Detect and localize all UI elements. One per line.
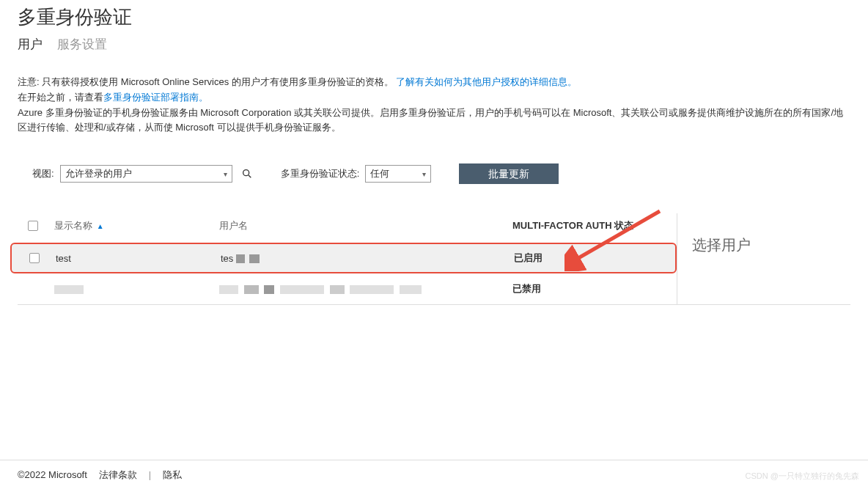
- cell-status: 已启用: [514, 251, 675, 265]
- view-label: 视图:: [32, 167, 54, 180]
- tabs: 用户 服务设置: [18, 36, 850, 53]
- watermark: CSDN @一只特立独行的兔先森: [746, 471, 859, 482]
- select-all-checkbox[interactable]: [28, 221, 38, 231]
- mfa-status-label: 多重身份验证状态:: [281, 167, 360, 180]
- page-title: 多重身份验证: [18, 0, 850, 30]
- toolbar: 视图: 允许登录的用户 ▾ 多重身份验证状态: 任何 ▾ 批量更新: [18, 163, 850, 184]
- notice-line3: Azure 多重身份验证的手机身份验证服务由 Microsoft Corpora…: [18, 106, 850, 136]
- footer-privacy-link[interactable]: 隐私: [163, 468, 182, 482]
- cell-display-name: test: [56, 253, 221, 264]
- view-select-value: 允许登录的用户: [65, 167, 132, 180]
- notice-text: 注意: 只有获得授权使用 Microsoft Online Services 的…: [18, 75, 850, 136]
- mfa-status-select[interactable]: 任何 ▾: [365, 165, 431, 183]
- cell-display-name: [54, 284, 219, 295]
- footer-legal-link[interactable]: 法律条款: [99, 468, 137, 482]
- display-name-header: 显示名称: [54, 220, 92, 231]
- table-header: 显示名称 ▲ 用户名 MULTI-FACTOR AUTH 状态: [18, 213, 677, 243]
- learn-more-link[interactable]: 了解有关如何为其他用户授权的详细信息。: [396, 76, 577, 87]
- table-row[interactable]: test tes 已启用: [10, 243, 677, 273]
- users-table: 显示名称 ▲ 用户名 MULTI-FACTOR AUTH 状态 test tes…: [18, 213, 677, 304]
- svg-line-1: [249, 175, 251, 177]
- notice-line2-prefix: 在开始之前，请查看: [18, 92, 103, 103]
- col-mfa-status[interactable]: MULTI-FACTOR AUTH 状态: [512, 219, 674, 232]
- mfa-status-value: 任何: [370, 167, 389, 180]
- search-icon[interactable]: [241, 168, 253, 180]
- side-panel: 选择用户: [677, 213, 850, 304]
- col-display-name[interactable]: 显示名称 ▲: [54, 219, 219, 232]
- footer: ©2022 Microsoft 法律条款 | 隐私: [0, 460, 868, 489]
- chevron-down-icon: ▾: [422, 170, 426, 178]
- side-panel-text: 选择用户: [692, 235, 751, 255]
- chevron-down-icon: ▾: [224, 170, 227, 178]
- cell-username: [219, 284, 512, 295]
- row-checkbox[interactable]: [29, 253, 40, 263]
- deployment-guide-link[interactable]: 多重身份验证部署指南。: [103, 92, 208, 103]
- table-area: 显示名称 ▲ 用户名 MULTI-FACTOR AUTH 状态 test tes…: [18, 213, 850, 305]
- cell-username: tes: [221, 253, 514, 264]
- cell-status: 已禁用: [512, 282, 674, 295]
- footer-separator: |: [149, 469, 151, 480]
- col-username[interactable]: 用户名: [219, 219, 512, 232]
- bulk-update-button[interactable]: 批量更新: [459, 163, 559, 184]
- sort-ascending-icon: ▲: [97, 222, 104, 230]
- tab-service-settings[interactable]: 服务设置: [57, 36, 107, 53]
- tab-users[interactable]: 用户: [18, 36, 43, 53]
- footer-copyright: ©2022 Microsoft: [18, 469, 87, 480]
- svg-point-0: [243, 170, 249, 176]
- notice-line1: 注意: 只有获得授权使用 Microsoft Online Services 的…: [18, 76, 396, 87]
- table-row[interactable]: 已禁用: [18, 273, 677, 304]
- view-select[interactable]: 允许登录的用户 ▾: [60, 165, 232, 183]
